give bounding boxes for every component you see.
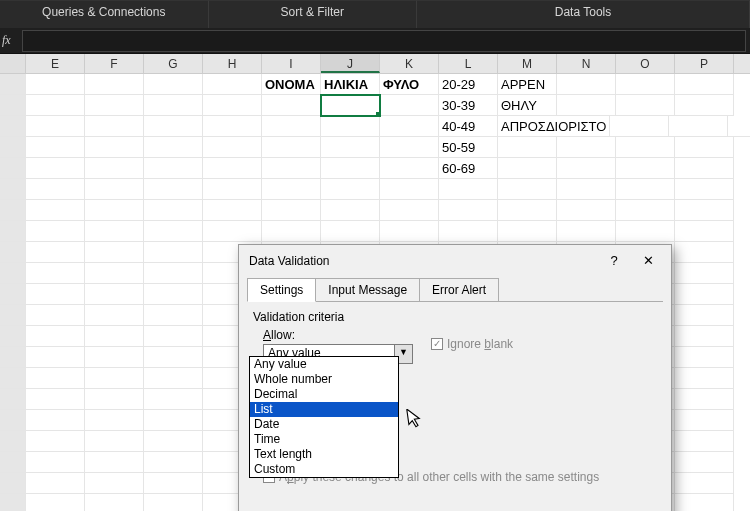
table-row <box>0 200 750 221</box>
tab-error-alert[interactable]: Error Alert <box>420 278 499 302</box>
tab-input-message[interactable]: Input Message <box>316 278 420 302</box>
col-header-E[interactable]: E <box>26 54 85 73</box>
fill-handle[interactable] <box>376 112 380 116</box>
fx-icon[interactable]: fx <box>0 33 18 48</box>
ignore-blank-label: Ignore blank <box>447 337 513 351</box>
select-all-corner[interactable] <box>0 54 26 73</box>
selected-cell[interactable] <box>321 95 380 116</box>
table-row <box>0 221 750 242</box>
option-list[interactable]: List <box>250 402 398 417</box>
dialog-titlebar[interactable]: Data Validation ? ✕ <box>239 245 671 277</box>
table-row <box>0 179 750 200</box>
option-time[interactable]: Time <box>250 432 398 447</box>
dialog-tabs: Settings Input Message Error Alert <box>239 277 671 301</box>
option-any-value[interactable]: Any value <box>250 357 398 372</box>
ignore-blank-checkbox: ✓ Ignore blank <box>431 337 513 351</box>
col-header-G[interactable]: G <box>144 54 203 73</box>
col-header-J[interactable]: J <box>321 54 380 73</box>
cursor-icon <box>405 407 424 433</box>
close-button[interactable]: ✕ <box>631 248 665 274</box>
ribbon: Queries & Connections Sort & Filter Data… <box>0 0 750 28</box>
table-row: ΟΝΟΜΑ ΗΛΙΚΙΑ ΦΥΛΟ 20-29 ΑΡΡΕΝ <box>0 74 750 95</box>
column-headers: E F G H I J K L M N O P <box>0 54 750 74</box>
cell-M-0[interactable]: ΑΡΡΕΝ <box>498 74 557 95</box>
col-header-O[interactable]: O <box>616 54 675 73</box>
validation-criteria-label: Validation criteria <box>253 310 657 324</box>
option-date[interactable]: Date <box>250 417 398 432</box>
ribbon-group-queries[interactable]: Queries & Connections <box>0 0 209 28</box>
dialog-title: Data Validation <box>249 254 597 268</box>
checkbox-icon: ✓ <box>431 338 443 350</box>
cell-L-4[interactable]: 60-69 <box>439 158 498 179</box>
header-onoma[interactable]: ΟΝΟΜΑ <box>262 74 321 95</box>
worksheet: E F G H I J K L M N O P ΟΝΟΜΑ ΗΛΙΚΙΑ ΦΥΛ… <box>0 54 750 511</box>
col-header-N[interactable]: N <box>557 54 616 73</box>
formula-input[interactable] <box>22 30 746 52</box>
cell-L-0[interactable]: 20-29 <box>439 74 498 95</box>
col-header-L[interactable]: L <box>439 54 498 73</box>
option-decimal[interactable]: Decimal <box>250 387 398 402</box>
settings-panel: Validation criteria Allow: Any value ▼ ✓… <box>239 302 671 484</box>
col-header-F[interactable]: F <box>85 54 144 73</box>
col-header-I[interactable]: I <box>262 54 321 73</box>
help-button[interactable]: ? <box>597 248 631 274</box>
col-header-K[interactable]: K <box>380 54 439 73</box>
formula-bar: fx <box>0 28 750 54</box>
col-header-H[interactable]: H <box>203 54 262 73</box>
col-header-P[interactable]: P <box>675 54 734 73</box>
table-row: 30-39 ΘΗΛΥ <box>0 95 750 116</box>
table-row: 60-69 <box>0 158 750 179</box>
cell-L-3[interactable]: 50-59 <box>439 137 498 158</box>
tab-settings[interactable]: Settings <box>247 278 316 302</box>
table-row: 50-59 <box>0 137 750 158</box>
cell-L-1[interactable]: 30-39 <box>439 95 498 116</box>
cell-M-2[interactable]: ΑΠΡΟΣΔΙΟΡΙΣΤΟ <box>498 116 610 137</box>
cell-M-1[interactable]: ΘΗΛΥ <box>498 95 557 116</box>
option-whole-number[interactable]: Whole number <box>250 372 398 387</box>
ribbon-group-datatools[interactable]: Data Tools <box>417 0 750 28</box>
header-fylo[interactable]: ΦΥΛΟ <box>380 74 439 95</box>
cell-L-2[interactable]: 40-49 <box>439 116 498 137</box>
ribbon-group-sort[interactable]: Sort & Filter <box>209 0 418 28</box>
option-text-length[interactable]: Text length <box>250 447 398 462</box>
col-header-M[interactable]: M <box>498 54 557 73</box>
table-row: 40-49 ΑΠΡΟΣΔΙΟΡΙΣΤΟ <box>0 116 750 137</box>
header-ilikia[interactable]: ΗΛΙΚΙΑ <box>321 74 380 95</box>
option-custom[interactable]: Custom <box>250 462 398 477</box>
data-validation-dialog: Data Validation ? ✕ Settings Input Messa… <box>238 244 672 511</box>
allow-dropdown: Any value Whole number Decimal List Date… <box>249 356 399 478</box>
